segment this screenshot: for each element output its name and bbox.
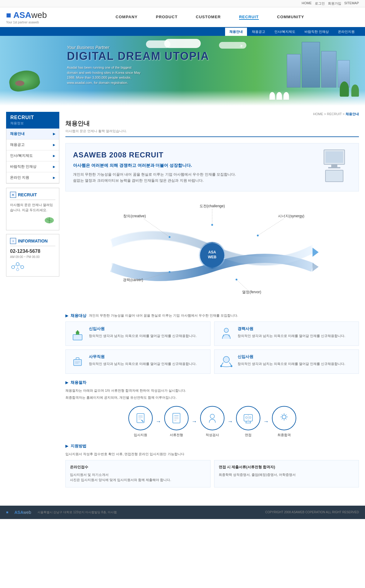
monitor-screen	[325, 151, 343, 163]
process-arrow-3: →	[263, 418, 269, 425]
process-section-header: ▶ 채용절차	[65, 380, 359, 385]
step-icon-apply	[134, 412, 147, 424]
card-1: 경력사원 창의적인 생각과 넘치는 의욕으로 미래를 열어갈 인재를 신규채용합…	[214, 322, 359, 346]
process-circle-3	[236, 406, 260, 430]
subnav-hr[interactable]: 인사/복지제도	[270, 28, 300, 36]
process-section-arrow: ▶	[65, 380, 68, 385]
sidebar-info-icon: I	[10, 238, 16, 244]
process-label-4: 최종합격	[277, 433, 291, 437]
page-header: 채용안내 아사웹의 문은 언제나 활짝 열려있습니다.	[65, 119, 359, 137]
card-icon-1	[219, 326, 234, 341]
nav-product[interactable]: PRODUCT	[156, 15, 178, 20]
svg-text:도전(challenge): 도전(challenge)	[200, 204, 225, 208]
sidebar-menu-item-4[interactable]: 온라인 지원 ▶	[6, 172, 59, 183]
apply-title-text: 지원방법	[71, 443, 86, 449]
apply-box-text-0: 입사지원서 및 자기소개서사진은 입사지원서 양식에 맞게 입사지원서와 함께 …	[70, 472, 206, 483]
sidebar-box-icon: R	[10, 192, 16, 198]
svg-point-56	[249, 417, 251, 418]
process-desc1: 채용절차는 아래와 같으며 1차 서류전형 합격자에 한하여 작성검사가 실시합…	[65, 388, 359, 393]
diagram-svg: ASA WEB 창의(creative) 도전(challenge) 시너지(s…	[65, 201, 359, 298]
svg-line-29	[237, 280, 249, 291]
apply-box-0: 온라인접수 입사지원서 및 자기소개서사진은 입사지원서 양식에 맞게 입사지원…	[65, 460, 210, 487]
process-step-4: 최종합격	[272, 406, 296, 437]
subnav-recruit-notice[interactable]: 채용공고	[248, 28, 269, 36]
step-icon-test	[206, 412, 218, 424]
main-layout: RECRUIT 채용정보 채용안내 ▶ 채용공고 ▶ 인사/복지제도 ▶ 바람직…	[0, 106, 365, 500]
process-step-1: 서류전형	[164, 406, 189, 437]
process-desc2: 최종합격자는 홈페이지에 공지되며, 개인별 유선연락도 함께 이루어집니다.	[65, 395, 359, 400]
sidebar-header-title: RECRUIT	[10, 115, 55, 120]
card-title-2: 사무직원	[89, 354, 206, 359]
banner-content: Your Business Partner DIGITAL DREAM UTOP…	[67, 45, 209, 85]
process-circle-2	[200, 406, 224, 430]
sidebar-arrow-3: ▶	[53, 165, 55, 168]
step-icon-interview	[242, 412, 254, 424]
topbar-join[interactable]: 회원가입	[328, 1, 341, 6]
sidebar-arrow-4: ▶	[53, 176, 55, 179]
recruit-desc2: 쉼없는 열정과 크리에이티브 능력을 겸비한 인재들의 많은 관심과 지원 바랍…	[73, 177, 351, 184]
svg-line-64	[285, 418, 287, 419]
process-step-0: 입사지원	[128, 406, 153, 437]
printer-icon	[325, 170, 343, 182]
sidebar-menu-item-2[interactable]: 인사/복지제도 ▶	[6, 150, 59, 161]
sidebar-menu-item-0[interactable]: 채용안내 ▶	[6, 129, 59, 139]
nav-company[interactable]: COMPANY	[116, 15, 137, 20]
cards-grid: 신입사원 창의적인 생각과 넘치는 의욕으로 미래를 열어갈 인재를 신규채용합…	[65, 322, 359, 374]
subnav-recruit-info[interactable]: 채용안내	[225, 28, 247, 36]
svg-text:WEB: WEB	[208, 255, 217, 259]
svg-point-4	[16, 263, 19, 266]
card-icon-3	[219, 354, 234, 369]
process-label-0: 입사지원	[134, 433, 147, 437]
footer-logo-icon: ■	[6, 510, 8, 514]
sidebar-arrow-0: ▶	[53, 132, 55, 136]
card-text-1: 창의적인 생각과 넘치는 의욕으로 미래를 열어갈 인재를 신규채용합니다.	[238, 333, 355, 339]
svg-text:ASA: ASA	[208, 250, 216, 254]
nav-community[interactable]: COMMUNITY	[277, 15, 304, 20]
process-title-text: 채용절차	[71, 380, 86, 385]
svg-point-30	[236, 279, 238, 280]
step-icon-docs	[170, 412, 182, 424]
apply-box-1: 면접 시 제출서류(서류전형 합격자) 최종학력 성적증명서, 졸업(예정)증명…	[214, 460, 359, 487]
recruit-desc1: 개인의 무한한 가능성을 이끌어 내어 꿈을 현실로 이루는 기업 아사웹에서 …	[73, 171, 351, 177]
nav-recruit[interactable]: RECRUIT	[239, 15, 259, 20]
topbar-sitemap[interactable]: SITEMAP	[344, 1, 359, 6]
process-arrow-2: →	[228, 418, 233, 425]
subnav-ideal[interactable]: 바람직한 인재상	[300, 28, 333, 36]
card-icon-0	[70, 326, 85, 341]
svg-line-23	[258, 219, 284, 236]
svg-text:시너지(synergy): 시너지(synergy)	[278, 214, 304, 218]
recruit-slogan: 아사웹은 여러분에 의해 경쟁하고 여러분과 더불어 성장합니다.	[73, 163, 351, 168]
process-circle-1	[164, 406, 189, 430]
card-content-2: 사무직원 창의적인 생각과 넘치는 의욕으로 미래를 열어갈 인재를 신규채용합…	[89, 354, 206, 367]
svg-point-27	[169, 271, 171, 273]
apply-box-title-0: 온라인접수	[70, 465, 206, 470]
process-circle-4	[272, 406, 296, 430]
page-title: 채용안내	[65, 119, 359, 128]
sidebar-recruit-box: R RECRUIT 아사웹의 문은 언제나 열려있습니다. 지금 두드리세요.	[6, 188, 59, 230]
banner: Your Business Partner DIGITAL DREAM UTOP…	[0, 36, 365, 106]
svg-line-40	[229, 363, 231, 366]
nav-customer[interactable]: CUSTOMER	[196, 15, 221, 20]
svg-line-39	[221, 363, 223, 366]
card-content-3: 신입사원 창의적인 생각과 넘치는 의욕으로 미래를 열어갈 인재를 신규채용합…	[238, 354, 355, 367]
sidebar-header-sub: 채용정보	[10, 121, 55, 126]
svg-text:경력(career): 경력(career)	[123, 278, 143, 282]
sidebar-info-time: AM 09:00 ~ PM 06:00	[10, 255, 55, 259]
process-steps: 입사지원 → 서류전형 →	[65, 406, 359, 437]
logo: ■ ASAweb Your 1st partner asaweb	[6, 10, 61, 24]
subnav-online[interactable]: 온라인지원	[334, 28, 359, 36]
card-2: 사무직원 창의적인 생각과 넘치는 의욕으로 미래를 열어갈 인재를 신규채용합…	[65, 349, 210, 374]
sub-nav: 채용안내 채용공고 인사/복지제도 바람직한 인재상 온라인지원	[0, 28, 365, 36]
process-circle-0	[128, 406, 153, 430]
svg-line-65	[282, 418, 283, 419]
sidebar-menu-item-3[interactable]: 바람직한 인재상 ▶	[6, 161, 59, 172]
molecule-icon	[10, 261, 25, 272]
target-section-header: ▶ 채용대상 개인의 무한한 가능성을 이끌어 내어 꿈을 현실로 이루는 기업…	[65, 313, 359, 318]
monitor-stand	[331, 165, 337, 167]
sidebar-menu-item-1[interactable]: 채용공고 ▶	[6, 139, 59, 150]
target-section-arrow: ▶	[65, 314, 68, 318]
monitor-base	[328, 167, 340, 168]
top-bar: HOME 로그인 회원가입 SITEMAP	[0, 0, 365, 7]
topbar-login[interactable]: 로그인	[315, 1, 325, 6]
topbar-home[interactable]: HOME	[302, 1, 312, 6]
